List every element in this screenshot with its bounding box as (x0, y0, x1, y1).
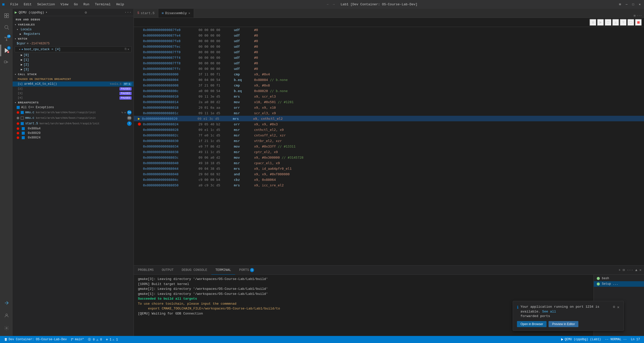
menu-run[interactable]: Run (81, 2, 92, 7)
watch-sub-3[interactable]: ▶ [3] (13, 67, 134, 72)
stop-btn[interactable] (635, 19, 642, 26)
svg-rect-22 (637, 21, 639, 23)
notif-close-btn[interactable]: ✕ (617, 305, 620, 310)
watch-section-header[interactable]: ▾ WATCH (13, 36, 134, 41)
call-stack-frame-4[interactable]: [4] PAUSED (13, 96, 134, 100)
status-branch[interactable]: main* (69, 336, 86, 343)
bp-addr-880a4[interactable]: 0x880a4 (13, 126, 134, 131)
tab-disassembly-close[interactable]: ✕ (188, 11, 190, 15)
tab-debug-console[interactable]: DEBUG CONSOLE (178, 266, 211, 275)
menu-file[interactable]: File (8, 2, 21, 7)
bp-start-s[interactable]: start.S kernel/arch/aarch64/boot/raspi3/… (13, 121, 134, 126)
dis-operands: x10, #0x501 // #1281 (254, 100, 640, 104)
bp-addr-88020[interactable]: 0x88020 (13, 131, 134, 135)
bp-mmu-c-1[interactable]: mmu.c kernel/arch/aarch64/boot/raspi3/in… (13, 110, 134, 115)
dis-mnemonic: b.eq (234, 89, 254, 93)
notif-info-icon: ℹ (517, 305, 518, 310)
svg-marker-17 (600, 21, 602, 24)
registers-item[interactable]: ▶ Registers (13, 32, 134, 36)
breakpoints-header[interactable]: ▾ BREAKPOINTS (13, 100, 134, 105)
menu-selection[interactable]: Selection (35, 2, 57, 7)
debug-play-button[interactable]: ▶ (15, 10, 17, 15)
tab-problems[interactable]: PROBLEMS (134, 266, 158, 275)
terminal-add-btn[interactable]: + (618, 268, 621, 273)
split-editor-btn[interactable]: ⊞ (634, 14, 635, 18)
activity-source-control[interactable]: 10 (1, 33, 12, 45)
maximize-btn[interactable]: □ (631, 2, 635, 7)
watch-delete-icon[interactable]: ✕ (128, 47, 129, 51)
terminal-close-btn[interactable]: ✕ (639, 267, 642, 273)
dis-mnemonic: mrs (234, 183, 254, 187)
continue-btn[interactable] (597, 19, 604, 26)
preview-in-editor-btn[interactable]: Preview in Editor (549, 321, 578, 327)
more-tabs-btn[interactable]: ··· (636, 14, 642, 18)
watch-sub-0[interactable]: ▶ [0] (13, 53, 134, 58)
menu-terminal[interactable]: Terminal (92, 2, 113, 7)
layout-btn[interactable]: ⊟ (618, 2, 622, 7)
call-stack-frame-2[interactable]: [2] PAUSED (13, 87, 134, 91)
step-out-btn[interactable] (620, 19, 627, 26)
disassembly-view[interactable]: 0x00000000000087fe000 00 00 00udf#00x000… (134, 27, 644, 265)
tab-ports[interactable]: PORTS 1 (235, 266, 258, 275)
call-stack-header[interactable]: ▾ CALL STACK (13, 72, 134, 77)
svg-rect-1 (7, 14, 9, 15)
dis-bytes: 09 e1 3c d5 (197, 117, 233, 121)
bp-delete-icon[interactable]: ✕ (124, 111, 126, 115)
menu-edit[interactable]: Edit (21, 2, 34, 7)
menu-view[interactable]: View (58, 2, 71, 7)
minimize-btn[interactable]: ─ (624, 2, 629, 7)
activity-explorer[interactable] (1, 10, 12, 21)
terminal-session-bash[interactable]: bash (594, 276, 644, 281)
dis-mnemonic: msr (234, 128, 254, 132)
status-remote[interactable]: Dev Container: OS-Course-Lab-Dev (2, 336, 69, 343)
debug-config-gear[interactable]: ⚙ (85, 10, 87, 15)
tab-terminal[interactable]: TERMINAL (211, 266, 235, 275)
watch-boot-stack-item[interactable]: ▾ ● boot_cpu_stack = [4] ⎘ ✕ (15, 46, 132, 52)
activity-extensions[interactable] (1, 56, 12, 68)
tab-start-s[interactable]: S start.S (134, 9, 158, 18)
menu-go[interactable]: Go (71, 2, 81, 7)
variables-section-header[interactable]: ▾ VARIABLES (13, 22, 134, 27)
call-stack-frame-3[interactable]: [3] PAUSED (13, 91, 134, 96)
activity-search[interactable] (1, 21, 12, 33)
bp-mmu-c-2[interactable]: mmu.c kernel/arch/aarch64/boot/raspi3/in… (13, 115, 134, 121)
notif-settings-icon[interactable]: ⚙ (613, 305, 615, 309)
step-into-btn[interactable] (612, 19, 619, 26)
dis-address: 0x0000000000088038 (143, 150, 199, 154)
activity-remote[interactable] (1, 297, 12, 309)
debug-config-dropdown[interactable]: ▾ (46, 11, 47, 14)
notif-see-all-link[interactable]: See all (542, 310, 556, 313)
watch-sub-1[interactable]: ▶ [1] (13, 58, 134, 62)
close-btn[interactable]: ✕ (637, 2, 642, 7)
restart-btn[interactable] (627, 19, 634, 26)
dis-operands: x9, icc_sre_el2 (254, 183, 640, 187)
bp-addr-88024[interactable]: 0x88024 (13, 135, 134, 140)
tab-output[interactable]: OUTPUT (158, 266, 178, 275)
call-stack-frame-1[interactable]: [1] arm64_elX_to_el1() tools.S 97:1 (13, 81, 134, 87)
status-line[interactable]: Ln 17 (629, 336, 642, 343)
status-sync[interactable]: ⓪ 0 △ 0 (86, 336, 104, 343)
open-in-browser-btn[interactable]: Open in Browser (517, 321, 547, 327)
tab-disassembly[interactable]: ⊞ Disassembly ✕ (158, 9, 194, 18)
activity-account[interactable] (1, 310, 12, 321)
status-errors[interactable]: ⊗ 1 ⚠ 1 (104, 336, 120, 343)
bp-edit-icon[interactable]: ✎ (121, 111, 123, 115)
activity-settings[interactable] (1, 322, 12, 334)
pause-btn[interactable] (589, 19, 597, 26)
activity-run-debug[interactable]: 1 (1, 45, 12, 56)
dis-operands: x9, x9, #0x3 (254, 122, 640, 126)
step-over-btn[interactable] (605, 19, 612, 26)
watch-sub-2[interactable]: ▶ [2] (13, 62, 134, 67)
terminal-session-setup[interactable]: Setup ... (594, 281, 644, 287)
terminal-line: gmake[3]: Leaving directory '/workspaces… (138, 277, 589, 282)
terminal-maximize-btn[interactable]: ▲ (635, 268, 638, 273)
terminal-split-btn[interactable]: ⊟ (622, 267, 625, 273)
status-debug-session[interactable]: QEMU (cppdbg) (Lab1) (559, 336, 603, 343)
watch-copy-icon[interactable]: ⎘ (125, 47, 127, 51)
dis-mnemonic: cmp (234, 83, 254, 87)
bp-cpp-exceptions[interactable]: All C++ Exceptions (13, 105, 134, 110)
menu-help[interactable]: Help (114, 2, 127, 7)
locals-item[interactable]: ▾ Locals (13, 27, 134, 32)
terminal-more-btn[interactable]: ··· (626, 268, 634, 273)
debug-config-more[interactable]: ··· (124, 10, 132, 15)
